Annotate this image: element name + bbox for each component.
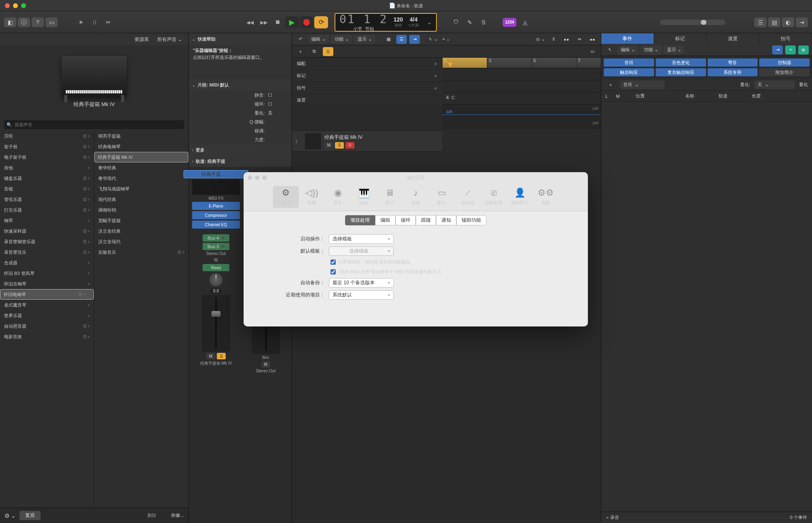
filter-chip[interactable]: 弯音 (708, 58, 758, 67)
functions-menu[interactable]: 功能 ⌄ (331, 35, 352, 43)
prefs-subtab-4[interactable]: 通知 (436, 215, 456, 225)
library-tab-allsounds[interactable]: 所有声音 ⌄ (157, 36, 182, 43)
replace-icon[interactable]: ⛉ (450, 17, 462, 27)
category-item[interactable]: 架子鼓⊙ › (0, 141, 94, 152)
preset-item[interactable]: 现代经典 (94, 194, 188, 205)
back-icon[interactable]: ↶ (295, 35, 306, 44)
preset-item[interactable]: 调相铃铛 (94, 205, 188, 215)
prefs-tab-5[interactable]: ♪乐谱 (403, 186, 429, 208)
category-item[interactable]: 音槌⊙ › (0, 184, 94, 194)
mute-button[interactable]: M (206, 353, 215, 359)
tab-signature[interactable]: 拍号 (759, 33, 812, 44)
preset-item[interactable]: 经典手提箱 Mk IV (94, 152, 188, 162)
automation-mode[interactable]: Read (203, 264, 229, 271)
delete-button[interactable]: 删除 (147, 512, 156, 519)
snap-menu[interactable]: ◎ ⌄ (535, 35, 546, 44)
signature-track[interactable]: 拍号+ (292, 82, 442, 94)
category-item[interactable]: 贝司⊙ › (0, 131, 94, 141)
solo-icon[interactable]: S (477, 17, 490, 27)
send-1[interactable]: Bus 4 (203, 234, 229, 242)
save-button[interactable]: 存储… (171, 512, 184, 519)
pan-knob[interactable] (209, 272, 223, 287)
preset-item[interactable]: 实验音乐⊙ › (94, 247, 188, 257)
list-editors-toggle[interactable]: ☰ (754, 17, 767, 27)
quickhelp-toggle[interactable]: ? (32, 17, 44, 27)
bounce-label[interactable]: Bnc (262, 355, 269, 360)
ask-close-checkbox[interactable]: 打开项目时，询问是否关闭当前项目。 (330, 257, 572, 267)
metronome-icon[interactable]: ◬ (519, 17, 531, 27)
zoom-icon[interactable] (21, 3, 26, 8)
track-name[interactable]: 经典手提箱 Mk IV (324, 134, 439, 141)
track-icon[interactable] (305, 133, 321, 149)
filter-chip[interactable]: 复音触后响应 (656, 68, 706, 76)
add-event-button[interactable]: + (605, 80, 616, 89)
count-in-badge[interactable]: 1234 (503, 18, 516, 27)
catch-icon[interactable]: ⇥ (409, 35, 420, 44)
category-item[interactable]: 老式魔音琴 › (0, 300, 94, 310)
minimize-icon[interactable] (13, 3, 18, 8)
search-input[interactable] (15, 122, 182, 127)
quickhelp-header[interactable]: ⌄快速帮助 (189, 33, 292, 45)
add-track-button[interactable]: + (295, 47, 306, 56)
category-item[interactable]: 怀旧电钢琴⊙ › (0, 289, 94, 300)
prefs-close-icon[interactable] (248, 175, 252, 180)
preset-item[interactable]: 奢华经典 (94, 162, 188, 173)
prefs-tab-0[interactable]: ⚙通用 (273, 186, 299, 208)
hierarchy-up-icon[interactable]: ↖ (605, 45, 615, 54)
lcd-display[interactable]: 01 1 2小节 节拍 120保持 4/4C大调 ⌄ (335, 13, 437, 32)
prefs-zoom-icon[interactable] (262, 175, 267, 180)
loops-toggle[interactable]: ◐ (782, 17, 794, 27)
prefs-tab-9[interactable]: 👤我的简介 (507, 186, 533, 208)
volume-fader[interactable] (202, 295, 230, 352)
fx-slot-1[interactable]: Compressor (192, 211, 240, 219)
list-view-icon[interactable]: ☰ (396, 35, 407, 44)
revert-button[interactable]: 复原 (19, 511, 41, 520)
hzoom2-icon[interactable]: ●● (587, 35, 598, 44)
startup-action-select[interactable]: 选择模板 (329, 234, 394, 244)
preset-item[interactable]: 经典电钢琴 (94, 141, 188, 152)
browser-toggle[interactable]: ⇥ (796, 17, 808, 27)
category-item[interactable]: 录音室弦乐⊙ › (0, 247, 94, 257)
preset-item[interactable]: 飞翔马戏团钢琴 (94, 184, 188, 194)
ev-midi-out-icon[interactable]: ◉ (798, 45, 809, 54)
settings-icon[interactable]: ⚙ ⌄ (4, 511, 16, 521)
prefs-subtab-3[interactable]: 跟随 (416, 215, 436, 225)
tab-markers[interactable]: 标记 (654, 33, 707, 44)
category-item[interactable]: 管弦乐器⊙ › (0, 194, 94, 205)
library-toggle[interactable]: ◧ (4, 17, 16, 27)
category-item[interactable]: 吉他 › (0, 162, 94, 173)
toolbar-toggle[interactable]: ▭ (45, 17, 58, 27)
library-search[interactable]: 🔍 (4, 120, 184, 129)
prefs-tab-6[interactable]: ▭影片 (429, 186, 455, 208)
grid-icon[interactable]: ▦ (383, 35, 394, 44)
filter-chip[interactable]: 音色变化 (656, 58, 706, 67)
preset-item[interactable]: 宽幅手提箱 (94, 215, 188, 226)
ruler[interactable]: 1 3 5 7 (442, 58, 601, 68)
prefs-tab-2[interactable]: ◉录音 (325, 186, 351, 208)
setting-slot[interactable]: 经典手提… (184, 170, 248, 178)
play-button[interactable]: ▶ (285, 16, 299, 28)
prefs-tab-8[interactable]: ⎚控制表面 (481, 186, 507, 208)
tempo-track[interactable]: 速度 (292, 94, 442, 106)
hzoom-icon[interactable]: ⇔ (574, 35, 585, 44)
close-icon[interactable] (5, 3, 10, 8)
smart-controls-icon[interactable]: ☀ (75, 17, 87, 27)
filter-chip[interactable]: 控制器 (759, 58, 810, 67)
category-item[interactable]: 合成器 › (0, 257, 94, 268)
track-header[interactable]: ›轨道: 经典手提 (189, 156, 292, 167)
cycle-button[interactable]: ⟳ (314, 16, 328, 28)
duplicate-track-button[interactable]: ⧉ (309, 47, 320, 56)
vzoom-icon[interactable]: ⇕ (548, 35, 559, 44)
prefs-tab-4[interactable]: 🖥显示 (377, 186, 403, 208)
prefs-subtab-5[interactable]: 辅助功能 (456, 215, 486, 225)
quantize-value[interactable]: 关 ⌄ (754, 80, 795, 89)
solo-button[interactable]: S (217, 353, 226, 359)
notepad-toggle[interactable]: ▤ (768, 17, 780, 27)
fx-slot-2[interactable]: Channel EQ (192, 220, 240, 229)
alt-tool-icon[interactable]: + ⌄ (441, 35, 451, 44)
prefs-subtab-1[interactable]: 编辑 (375, 215, 395, 225)
quantize-button[interactable]: 量化 (799, 82, 808, 88)
export-midi-checkbox[interactable]: "导出 MIDI 文件"命令将单个 MIDI 片段存储为格式 0。 (330, 267, 572, 277)
auto-backup-select[interactable]: 最近 10 个备选版本 (329, 278, 394, 287)
global-solo-button[interactable]: S (323, 47, 333, 56)
